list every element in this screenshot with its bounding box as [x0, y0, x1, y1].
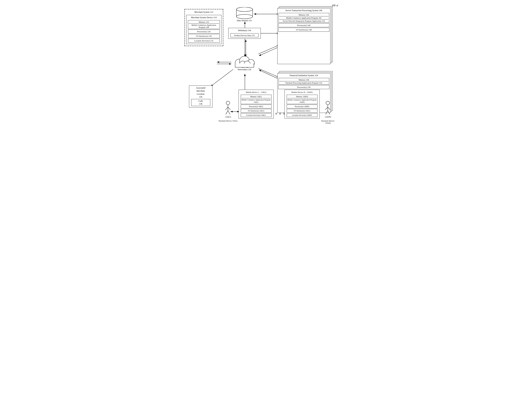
websites-inner: Product/Service Data 152	[230, 33, 259, 37]
mobile-device-1: Mobile Device 1 – 120(1) Memory 118(1) M…	[238, 90, 274, 119]
svg-line-33	[228, 107, 230, 110]
merchant-location-service: Location Service(s) 132	[188, 39, 220, 43]
mobileN-processor: Processor(s) 140(N)	[287, 105, 317, 108]
merchant-device-box: Merchant System Device 114 Memory 110 Mo…	[186, 15, 222, 44]
mobile-device-n: Mobile Device N - 120(N) Memory 118(N) M…	[284, 90, 320, 119]
svg-line-34	[226, 111, 228, 114]
person1-label: 122(1)	[219, 116, 238, 118]
server-social-label: Social Network Integration Program Appli…	[279, 20, 329, 22]
financial-processor: Processor(s) 156	[278, 85, 329, 89]
mobile1-io: I/O Interface(s) 142(1)	[241, 109, 272, 113]
person-n: 122(N) Payment Device 135(N)	[322, 101, 334, 124]
financial-system-title: Financial Institution System 124	[277, 74, 330, 77]
mobileN-app-label: Mobile Commerce Application Program 116(…	[287, 99, 317, 103]
server-memory-label: Memory 104	[279, 14, 329, 16]
merchant-system-title: Merchant System 112	[186, 10, 222, 15]
websites-outer: Website(s) 134 Product/Service Data 152	[228, 28, 261, 39]
ref-100-label: 100 ↙	[332, 4, 338, 7]
mobileN-io: I/O Interface(s) 142(1)	[287, 109, 317, 113]
svg-line-32	[225, 107, 228, 110]
merchant-app-label: Mobile Commerce Application Program 108	[189, 24, 219, 28]
svg-line-39	[328, 107, 330, 110]
svg-line-9	[259, 47, 279, 56]
merchant-memory-app-box: Memory 110 Mobile Commerce Application P…	[188, 20, 220, 29]
svg-line-40	[326, 111, 328, 114]
person-n-svg	[324, 101, 332, 115]
mobileN-memory-app-box: Memory 118(N) Mobile Commerce Applicatio…	[287, 95, 317, 104]
mobile-device-n-title: Mobile Device N - 120(N)	[286, 90, 318, 94]
server-memory-app-box: Memory 104 Mobile Commerce Application P…	[279, 13, 329, 23]
merchant-device-title: Merchant System Device 114	[187, 16, 221, 20]
server-system: Server Transaction Processing System 106…	[277, 8, 330, 64]
merchant-location-code: Code 138	[191, 99, 210, 106]
svg-line-35	[228, 111, 230, 114]
websites-title: Website(s) 134	[230, 29, 260, 33]
server-io: I/O Interface(s) 148	[278, 28, 329, 32]
server-processor: Processor(s) 146	[278, 23, 329, 27]
personN-payment-device: Payment Device 135(N)	[322, 120, 334, 124]
merchant-processor: Processor(s) 128	[188, 30, 220, 33]
svg-line-41	[328, 111, 330, 114]
financial-payment-label: Payment Processing Application Program 1…	[279, 82, 329, 84]
ref-arrow: ↙	[336, 4, 338, 7]
financial-memory-app-box: Memory 158 Payment Processing Applicatio…	[279, 78, 329, 85]
person-1-svg	[224, 101, 232, 115]
svg-rect-26	[235, 63, 254, 67]
server-system-title: Server Transaction Processing System 106	[277, 8, 330, 12]
mobile1-memory-label: Memory 118(1)	[241, 95, 271, 98]
diagram: 100 ↙ Data Store(s) 151 Website(s) 134 P…	[184, 4, 338, 144]
svg-line-11	[259, 70, 279, 79]
mobileN-location: Location Service(s) 144(N)	[287, 113, 317, 117]
svg-point-19	[236, 15, 253, 19]
svg-line-13	[211, 69, 233, 86]
svg-line-10	[258, 68, 279, 77]
svg-point-30	[226, 101, 230, 105]
merchant-location-title: Associated Merchant Location 136	[190, 86, 211, 98]
merchant-location: Associated Merchant Location 136 Code 13…	[189, 85, 212, 107]
mobile1-memory-app-box: Memory 118(1) Mobile Commerce Applicatio…	[241, 95, 272, 104]
merchant-memory-label: Memory 110	[189, 21, 219, 23]
svg-line-8	[258, 45, 279, 54]
personN-label: 122(N)	[322, 116, 334, 118]
server-app-label: Mobile Commerce Application Program 102	[279, 17, 329, 19]
data-store: Data Store(s) 151	[234, 7, 255, 22]
dots-separator: o o o	[276, 112, 286, 115]
merchant-system: Merchant System 112 Merchant System Devi…	[184, 9, 223, 46]
merchant-io: I/O Interface(s) 130	[188, 34, 220, 38]
cloud-svg	[230, 51, 259, 69]
svg-point-20	[236, 7, 253, 12]
financial-memory-label: Memory 158	[279, 79, 329, 81]
person-1: 122(1) Payment Device 135(1)	[219, 101, 238, 122]
svg-point-36	[326, 101, 330, 105]
mobile1-processor: Processor(s) 140(1)	[241, 105, 272, 108]
cylinder-svg	[236, 7, 253, 19]
person1-payment-device: Payment Device 135(1)	[219, 120, 238, 122]
network-cloud: Network(s) 126	[230, 51, 259, 71]
mobileN-memory-label: Memory 118(N)	[287, 95, 317, 98]
data-store-label: Data Store(s) 151	[234, 19, 255, 22]
mobile1-app-label: Mobile Commerce Application Program 116(…	[241, 99, 271, 103]
mobile1-location: Location Service(s) 144(1)	[241, 113, 272, 117]
mobile-device-1-title: Mobile Device 1 – 120(1)	[240, 90, 272, 94]
svg-line-38	[325, 107, 328, 110]
